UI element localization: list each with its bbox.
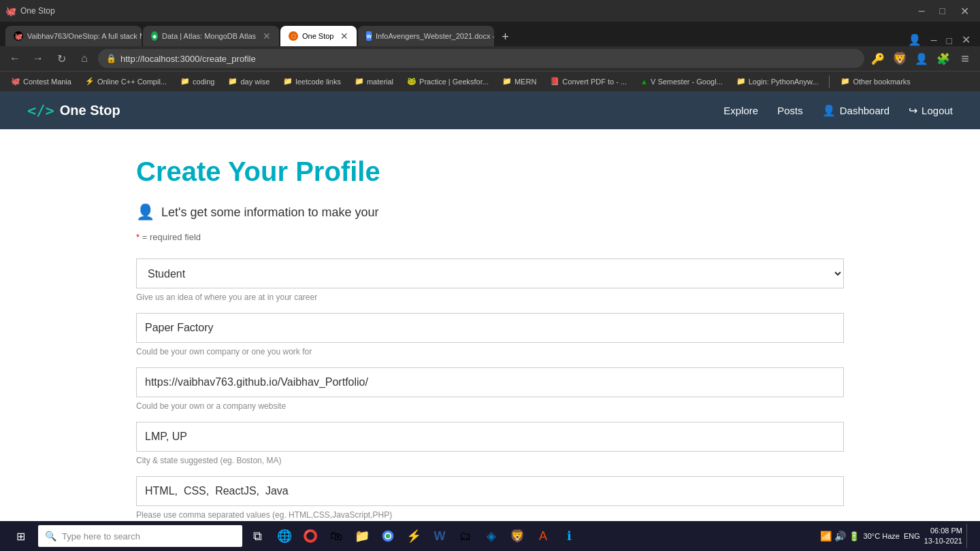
status-hint: Give us an idea of where you are at in y… (136, 293, 844, 302)
app: </> One Stop Explore Posts 👤 Dashboard ↪… (0, 91, 980, 430)
taskbar-adobe-icon[interactable]: A (531, 524, 555, 548)
bookmark-vsemester[interactable]: ▲ V Semester - Googl... (635, 76, 728, 87)
bookmarks-bar: 🐙 Contest Mania ⚡ Online C++ Compil... 📁… (0, 71, 980, 91)
dashboard-icon: 👤 (822, 104, 836, 117)
taskbar-vscode-icon[interactable]: ◈ (479, 524, 504, 548)
bookmark-pdf[interactable]: 📕 Convert PDF to - ... (544, 76, 632, 87)
lang-indicator: ENG (904, 532, 920, 540)
bookmark-mern[interactable]: 📁 MERN (497, 76, 542, 87)
browser-tab-4[interactable]: W InfoAvengers_Webster_2021.docx - G… ✕ (358, 26, 494, 46)
taskbar-search-bar[interactable]: 🔍 Type here to search (38, 525, 242, 547)
company-hint: Could be your own company or one you wor… (136, 347, 844, 356)
bookmark-icon-10: 📁 (736, 77, 746, 86)
back-button[interactable]: ← (5, 49, 24, 68)
browser-close[interactable]: ✕ (958, 33, 975, 46)
taskbar-cortana-icon[interactable]: ⭕ (298, 524, 323, 548)
bookmark-icon-0: 🐙 (11, 77, 20, 86)
bookmark-icon-1: ⚡ (85, 77, 95, 86)
bookmark-label-1: Online C++ Compil... (97, 78, 167, 86)
nav-logout[interactable]: ↪ Logout (909, 104, 953, 117)
battery-icon: 🔋 (849, 531, 860, 541)
bookmark-contest-mania[interactable]: 🐙 Contest Mania (5, 76, 77, 87)
svg-point-2 (386, 534, 391, 539)
bookmark-coding[interactable]: 📁 coding (175, 76, 220, 87)
taskbar-files-icon[interactable]: 🗂 (453, 524, 478, 548)
bookmark-daywise[interactable]: 📁 day wise (223, 76, 275, 87)
location-input[interactable] (136, 422, 844, 452)
tab-label-3: One Stop (302, 32, 333, 40)
tab-label-4: InfoAvengers_Webster_2021.docx - G… (376, 32, 494, 40)
main-content: Create Your Profile 👤 Let's get some inf… (0, 129, 980, 551)
browser-tab-1[interactable]: 🐙 Vaibhav763/OneStop: A full stack ME… ✕ (5, 26, 142, 46)
bookmark-icon-11: 📁 (840, 77, 850, 86)
tab-favicon-2: ◆ (151, 31, 158, 41)
status-select[interactable]: Student Junior Developer Senior Develope… (136, 258, 844, 288)
taskbar-filezilla-icon[interactable]: ⚡ (402, 524, 426, 548)
window-icon: 🐙 (5, 6, 16, 16)
required-note: * = required field (136, 232, 844, 242)
tab-favicon-4: W (366, 31, 372, 41)
brave-shield-icon[interactable]: 🦁 (890, 49, 909, 68)
bookmark-other[interactable]: 📁 Other bookmarks (835, 76, 915, 87)
taskbar-edge-icon[interactable]: 🌐 (272, 524, 297, 548)
bookmark-icon-2: 📁 (180, 77, 190, 86)
form-subtitle: 👤 Let's get some information to make you… (136, 203, 844, 221)
location-hint: City & state suggested (eg. Boston, MA) (136, 456, 844, 465)
close-button[interactable]: ✕ (955, 5, 975, 18)
show-desktop-button[interactable] (966, 524, 972, 548)
lang-text: ENG (904, 532, 920, 540)
browser-tab-2[interactable]: ◆ Data | Atlas: MongoDB Atlas ✕ (143, 26, 279, 46)
app-header: </> One Stop Explore Posts 👤 Dashboard ↪… (0, 91, 980, 129)
tab-close-3[interactable]: ✕ (340, 31, 348, 41)
nav-posts[interactable]: Posts (777, 105, 803, 116)
start-button[interactable]: ⊞ (5, 524, 35, 548)
nav-explore[interactable]: Explore (723, 105, 758, 116)
key-icon[interactable]: 🔑 (868, 49, 887, 68)
browser-chrome: 🐙 One Stop – □ ✕ 🐙 Vaibhav763/OneStop: A… (0, 0, 980, 91)
bookmark-leetcode[interactable]: 📁 leetcode links (278, 76, 346, 87)
skills-input[interactable] (136, 476, 844, 506)
tab-close-2[interactable]: ✕ (263, 31, 271, 41)
menu-icon[interactable]: ≡ (956, 49, 975, 68)
browser-maximize[interactable]: □ (943, 35, 956, 46)
reload-button[interactable]: ↻ (52, 49, 71, 68)
taskbar-brave-icon[interactable]: 🦁 (505, 524, 529, 548)
profile-icon[interactable]: 👤 (912, 49, 931, 68)
new-tab-button[interactable]: + (495, 27, 514, 46)
browser-tab-3[interactable]: ⬡ One Stop ✕ (280, 26, 357, 46)
home-button[interactable]: ⌂ (75, 49, 94, 68)
bookmark-label-0: Contest Mania (23, 78, 71, 86)
bookmark-material[interactable]: 📁 material (349, 76, 399, 87)
bookmark-cpp[interactable]: ⚡ Online C++ Compil... (80, 76, 172, 87)
app-logo[interactable]: </> One Stop (27, 102, 120, 119)
taskbar-store-icon[interactable]: 🛍 (324, 524, 348, 548)
bookmark-geeks[interactable]: 🐸 Practice | Geeksfor... (402, 76, 494, 87)
taskbar-word-icon[interactable]: W (427, 524, 452, 548)
skills-hint: Please use comma separated values (eg. H… (136, 510, 844, 520)
forward-button[interactable]: → (29, 49, 48, 68)
browser-profile-icon[interactable]: 👤 (904, 33, 926, 46)
bookmark-python[interactable]: 📁 Login: PythonAnyw... (731, 76, 824, 87)
minimize-button[interactable]: – (913, 5, 930, 17)
logo-text: One Stop (60, 103, 120, 118)
bookmark-icon-5: 📁 (355, 77, 364, 86)
window-title: One Stop (20, 6, 909, 16)
time-text: 06:08 PM (924, 526, 962, 536)
taskbar-explorer-icon[interactable]: 📁 (350, 524, 374, 548)
taskbar-task-view[interactable]: ⧉ (245, 524, 270, 548)
taskbar-info-icon[interactable]: ℹ (557, 524, 581, 548)
browser-minimize[interactable]: – (927, 34, 941, 46)
extensions-icon[interactable]: 🧩 (934, 49, 953, 68)
bookmark-icon-9: ▲ (640, 78, 648, 86)
app-nav: Explore Posts 👤 Dashboard ↪ Logout (723, 104, 953, 117)
date-text: 13-10-2021 (924, 536, 962, 546)
nav-dashboard[interactable]: 👤 Dashboard (822, 104, 889, 117)
website-input[interactable] (136, 367, 844, 397)
maximize-button[interactable]: □ (934, 5, 951, 16)
weather-info: 30°C Haze (864, 532, 900, 540)
url-bar[interactable]: 🔒 http://localhost:3000/create_profile (98, 49, 864, 68)
page-title: Create Your Profile (136, 156, 844, 187)
taskbar-chrome-icon[interactable] (376, 524, 400, 548)
company-input[interactable] (136, 313, 844, 343)
tab-favicon-3: ⬡ (289, 31, 298, 41)
